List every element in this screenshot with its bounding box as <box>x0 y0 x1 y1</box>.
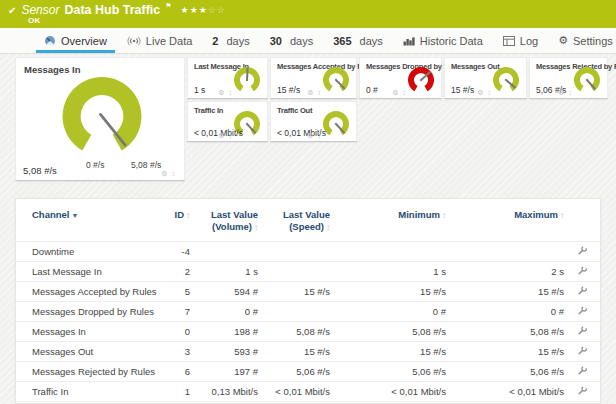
gauge-resize-icon[interactable]: ↕ <box>172 170 177 177</box>
gauge-resize-icon[interactable]: ↕ <box>229 132 234 139</box>
gauge-tile-messages-rejected: Messages Rejected by Rules 5,06 #/s ⚙ ↕ <box>529 57 608 99</box>
sensor-header: ✔ Sensor Data Hub Traffic ⚑ ★★★☆☆ OK <box>0 0 616 28</box>
gauge-scale-max: 5,08 #/s <box>131 160 161 170</box>
speed-cell: 15 #/s <box>264 281 336 301</box>
column-header-channel[interactable]: Channel▼ <box>16 205 164 241</box>
gear-icon: ⚙ <box>558 35 568 46</box>
gauge-needle <box>247 68 248 81</box>
speed-cell <box>264 301 336 321</box>
gauge-resize-icon[interactable]: ↕ <box>569 89 574 96</box>
channel-settings-icon[interactable] <box>577 365 588 376</box>
gauge-settings-icon[interactable]: ⚙ <box>161 170 168 177</box>
gauge-settings-icon[interactable]: ⚙ <box>477 89 484 96</box>
gauge-dial <box>230 64 264 96</box>
speed-cell <box>264 241 336 261</box>
gauge-settings-icon[interactable]: ⚙ <box>218 132 225 139</box>
channel-settings-icon[interactable] <box>577 245 588 256</box>
column-header-actions <box>570 205 601 241</box>
speed-cell: < 0,01 Mbit/s <box>264 381 336 401</box>
gauge-resize-icon[interactable]: ↕ <box>403 89 408 96</box>
gauge-resize-icon[interactable]: ↕ <box>488 89 493 96</box>
id-cell: 5 <box>164 281 196 301</box>
column-header-minimum[interactable]: Minimum↕ <box>336 205 452 241</box>
max-cell: 15 #/s <box>452 281 570 301</box>
channel-settings-icon[interactable] <box>577 265 588 276</box>
gauge-dial <box>489 64 523 96</box>
channel-cell[interactable]: Last Message In <box>16 261 164 281</box>
gauge-title: Traffic In <box>194 106 223 115</box>
gauge-settings-icon[interactable]: ⚙ <box>392 89 399 96</box>
gauge-settings-icon[interactable]: ⚙ <box>307 89 314 96</box>
channel-cell[interactable]: Messages Rejected by Rules <box>16 361 164 381</box>
tab-overview[interactable]: Overview <box>34 28 117 53</box>
channel-table-panel: Channel▼ ID↕ Last Value (Volume)↕ Last V… <box>15 198 601 404</box>
gauge-resize-icon[interactable]: ↕ <box>318 89 323 96</box>
channel-cell[interactable]: Messages Dropped by Rules <box>16 301 164 321</box>
gauge-icon <box>44 35 56 47</box>
column-header-maximum[interactable]: Maximum↕ <box>452 205 570 241</box>
id-cell: 2 <box>164 261 196 281</box>
gauge-settings-icon[interactable]: ⚙ <box>307 132 314 139</box>
gauge-tile-traffic-out: Traffic Out < 0,01 Mbit/s ⚙ ↕ <box>270 101 357 142</box>
gauge-value: 0 # <box>366 85 378 95</box>
speed-cell: 5,06 #/s <box>264 361 336 381</box>
speed-cell: 15 #/s <box>264 341 336 361</box>
tab-label: Settings <box>573 35 613 47</box>
tab-label: days <box>226 35 249 47</box>
column-header-id[interactable]: ID↕ <box>164 205 196 241</box>
column-header-last-value-speed[interactable]: Last Value (Speed)↕ <box>264 205 336 241</box>
tab-historic-data[interactable]: Historic Data <box>393 28 493 53</box>
table-row: Downtime -4 <box>16 241 601 261</box>
tab-30-days[interactable]: 30days <box>260 28 324 53</box>
channel-cell[interactable]: Messages Out <box>16 341 164 361</box>
tab-365-days[interactable]: 365days <box>323 28 393 53</box>
gauge-resize-icon[interactable]: ↕ <box>229 89 234 96</box>
channel-cell[interactable]: Downtime <box>16 241 164 261</box>
tab-settings[interactable]: ⚙ Settings <box>548 28 616 53</box>
table-row: Messages Rejected by Rules 6 197 # 5,06 … <box>16 361 601 381</box>
channel-settings-icon[interactable] <box>577 325 588 336</box>
id-cell: 0 <box>164 321 196 341</box>
id-cell: 7 <box>164 301 196 321</box>
column-header-last-value-volume[interactable]: Last Value (Volume)↕ <box>196 205 264 241</box>
channel-cell[interactable]: Messages In <box>16 321 164 341</box>
gauge-settings-icon[interactable]: ⚙ <box>218 89 225 96</box>
tab-live-data[interactable]: Live Data <box>117 28 202 53</box>
sort-icon: ↕ <box>326 223 330 232</box>
table-row: Messages In 0 198 # 5,08 #/s 5,08 #/s 5,… <box>16 321 601 341</box>
channel-settings-icon[interactable] <box>577 285 588 296</box>
table-row: Messages Dropped by Rules 7 0 # 0 # 0 # <box>16 301 601 321</box>
channel-settings-icon[interactable] <box>577 385 588 396</box>
gauge-tile-messages-dropped: Messages Dropped by Rules 0 # ⚙ ↕ <box>359 57 442 99</box>
gauge-value: 5,08 #/s <box>23 165 57 176</box>
channel-settings-icon[interactable] <box>577 305 588 316</box>
sensor-title: Data Hub Traffic <box>64 3 160 17</box>
tab-2-days[interactable]: 2days <box>202 28 259 53</box>
sort-icon: ↕ <box>186 211 190 220</box>
min-cell: 1 s <box>336 261 452 281</box>
stars-filled: ★★★ <box>181 5 208 15</box>
channel-settings-icon[interactable] <box>577 345 588 356</box>
sort-icon: ↕ <box>442 211 446 220</box>
object-kind-label: Sensor <box>21 3 59 17</box>
gauge-settings-icon[interactable]: ⚙ <box>558 89 565 96</box>
tab-log[interactable]: Log <box>493 28 548 53</box>
bar-chart-icon <box>403 36 415 46</box>
tab-number: 365 <box>333 35 351 47</box>
channel-cell[interactable]: Traffic In <box>16 381 164 401</box>
max-cell: 5,08 #/s <box>452 321 570 341</box>
max-cell: < 0,01 Mbit/s <box>452 381 570 401</box>
min-cell: < 0,01 Mbit/s <box>336 381 452 401</box>
tab-label: Log <box>520 35 538 47</box>
log-table-icon <box>503 36 515 46</box>
volume-cell: 0 # <box>196 301 264 321</box>
tab-label: Overview <box>61 35 107 47</box>
min-cell: 15 #/s <box>336 281 452 301</box>
gauge-arc <box>63 77 142 151</box>
live-signal-icon <box>127 36 141 46</box>
table-row: Last Message In 2 1 s 1 s 2 s <box>16 261 601 281</box>
priority-stars[interactable]: ★★★☆☆ <box>181 5 226 15</box>
channel-cell[interactable]: Messages Accepted by Rules <box>16 281 164 301</box>
gauge-resize-icon[interactable]: ↕ <box>318 132 323 139</box>
id-cell: 1 <box>164 381 196 401</box>
